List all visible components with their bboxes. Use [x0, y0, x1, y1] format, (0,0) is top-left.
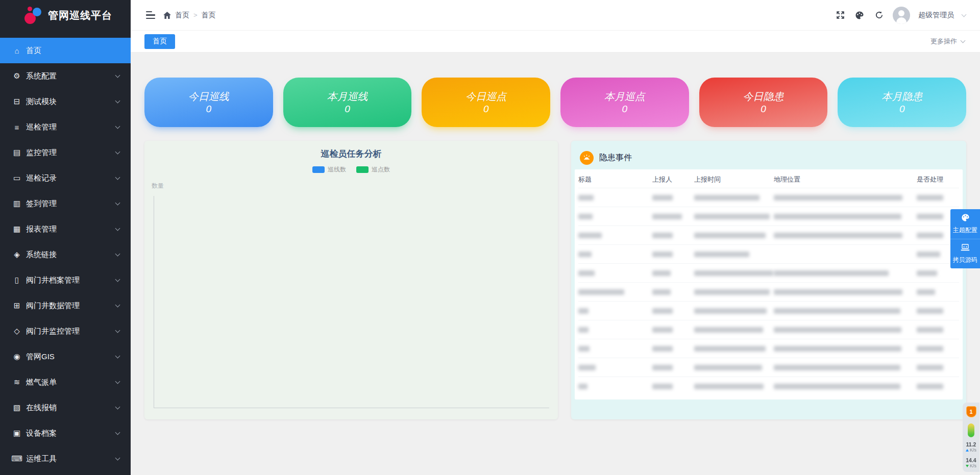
stat-label: 本月巡线 [327, 90, 368, 103]
monitor-icon: ▭ [11, 173, 22, 183]
column-header: 地理位置 [774, 175, 917, 184]
cube-icon: ◈ [11, 250, 22, 259]
cube-outline-icon: ◇ [11, 327, 22, 336]
table-cell [652, 270, 694, 276]
redacted-text [652, 384, 673, 389]
stat-card-5[interactable]: 今日隐患0 [699, 78, 828, 127]
table-cell [774, 289, 917, 295]
sidebar-item-valve-data[interactable]: ⊞阀门井数据管理 [0, 293, 131, 318]
sidebar-item-valve-monitor[interactable]: ◇阀门井监控管理 [0, 318, 131, 344]
stat-cards-row: 今日巡线0本月巡线0今日巡点0本月巡点0今日隐患0本月隐患0 [144, 78, 966, 127]
net-speed-widget[interactable]: 1 11.2 K/s 14.4 K/s [963, 403, 979, 472]
sidebar-item-test-module[interactable]: ⊟测试模块 [0, 89, 131, 114]
stat-label: 今日隐患 [743, 90, 784, 103]
legend-item[interactable]: 巡点数 [356, 165, 390, 174]
redacted-text [694, 384, 764, 389]
redacted-text [774, 195, 902, 201]
table-cell [917, 327, 961, 333]
stat-value: 0 [622, 103, 628, 115]
fullscreen-icon[interactable] [835, 10, 846, 21]
redacted-text [917, 346, 943, 352]
sidebar-item-label: 燃气派单 [26, 378, 57, 387]
table-row[interactable] [578, 358, 959, 377]
more-actions-button[interactable]: 更多操作 [930, 37, 965, 46]
sidebar-item-home[interactable]: ⌂首页 [0, 38, 131, 63]
redacted-text [774, 346, 901, 352]
table-cell [917, 384, 961, 389]
redacted-text [652, 195, 673, 201]
table-cell [652, 308, 694, 314]
column-header: 标题 [578, 175, 652, 184]
security-shield-icon[interactable]: 1 [966, 406, 976, 417]
copy-source-button[interactable]: 拷贝源码 [950, 239, 980, 268]
avatar[interactable] [893, 7, 910, 24]
sidebar-item-valve-archive[interactable]: ▯阀门井档案管理 [0, 267, 131, 293]
table-row[interactable] [578, 339, 959, 358]
username[interactable]: 超级管理员 [918, 11, 954, 20]
table-row[interactable] [578, 282, 959, 301]
table-cell [652, 214, 694, 219]
chevron-down-icon [115, 430, 120, 435]
events-title: 隐患事件 [599, 153, 632, 163]
table-row[interactable] [578, 226, 959, 244]
events-table-header: 标题上报人上报时间地理位置是否处理 [578, 171, 959, 188]
redacted-text [917, 384, 943, 389]
stat-card-1[interactable]: 今日巡线0 [144, 78, 273, 127]
chart-plot-area [154, 196, 549, 408]
box-icon: ⊞ [11, 301, 22, 310]
breadcrumb-item-home[interactable]: 首页 [175, 11, 189, 20]
theme-palette-icon[interactable] [854, 10, 865, 21]
theme-config-button[interactable]: 主题配置 [950, 209, 980, 239]
sidebar-item-pipeline-gis[interactable]: ◉管网GIS [0, 344, 131, 369]
legend-item[interactable]: 巡线数 [312, 165, 346, 174]
table-row[interactable] [578, 207, 959, 226]
stat-card-6[interactable]: 本月隐患0 [838, 78, 966, 127]
float-button-label: 拷贝源码 [953, 256, 977, 264]
sidebar-item-monitor-mgmt[interactable]: ▤监控管理 [0, 140, 131, 165]
legend-label: 巡点数 [372, 165, 390, 174]
sidebar-item-ops-tools[interactable]: ⌨运维工具 [0, 446, 131, 471]
sidebar-item-patrol-records[interactable]: ▭巡检记录 [0, 165, 131, 191]
redacted-text [694, 365, 762, 370]
sidebar-item-checkin-mgmt[interactable]: ▥签到管理 [0, 191, 131, 216]
chevron-down-icon [115, 277, 120, 282]
redacted-text [917, 327, 943, 333]
refresh-icon[interactable] [873, 10, 885, 21]
redacted-text [774, 365, 900, 370]
stat-card-4[interactable]: 本月巡点0 [560, 78, 689, 127]
table-cell [578, 214, 652, 219]
table-row[interactable] [578, 377, 959, 395]
sidebar-item-online-expense[interactable]: ▧在线报销 [0, 395, 131, 420]
upload-value: 11.2 [966, 442, 976, 447]
stat-card-3[interactable]: 今日巡点0 [422, 78, 550, 127]
stat-label: 本月隐患 [881, 90, 922, 103]
chevron-down-icon[interactable] [962, 12, 967, 17]
tab-home[interactable]: 首页 [144, 34, 175, 49]
redacted-text [578, 346, 590, 352]
table-row[interactable] [578, 320, 959, 339]
table-cell [774, 346, 917, 352]
sidebar-item-system-links[interactable]: ◈系统链接 [0, 242, 131, 267]
sidebar-item-patrol-mgmt[interactable]: ≡巡检管理 [0, 114, 131, 140]
sidebar-item-gas-dispatch[interactable]: ≋燃气派单 [0, 369, 131, 395]
sidebar-item-report-mgmt[interactable]: ▦报表管理 [0, 216, 131, 242]
stat-card-2[interactable]: 本月巡线0 [283, 78, 412, 127]
gear-icon: ⚙ [11, 71, 22, 81]
float-button-label: 主题配置 [953, 226, 977, 235]
terminal-icon: ⌨ [11, 454, 22, 463]
redacted-text [694, 252, 749, 257]
table-row[interactable] [578, 244, 959, 263]
table-row[interactable] [578, 301, 959, 320]
invoice-icon: ▧ [11, 403, 22, 412]
redacted-text [774, 289, 902, 295]
table-row[interactable] [578, 263, 959, 282]
table-cell [652, 252, 694, 257]
table-row[interactable] [578, 188, 959, 207]
sidebar-item-system-config[interactable]: ⚙系统配置 [0, 63, 131, 89]
redacted-text [652, 308, 673, 314]
redacted-text [694, 270, 773, 276]
collapse-menu-icon[interactable] [145, 9, 156, 21]
capsule-icon[interactable] [968, 423, 974, 437]
sidebar-item-device-archive[interactable]: ▣设备档案 [0, 420, 131, 446]
sidebar-item-label: 设备档案 [26, 429, 57, 438]
